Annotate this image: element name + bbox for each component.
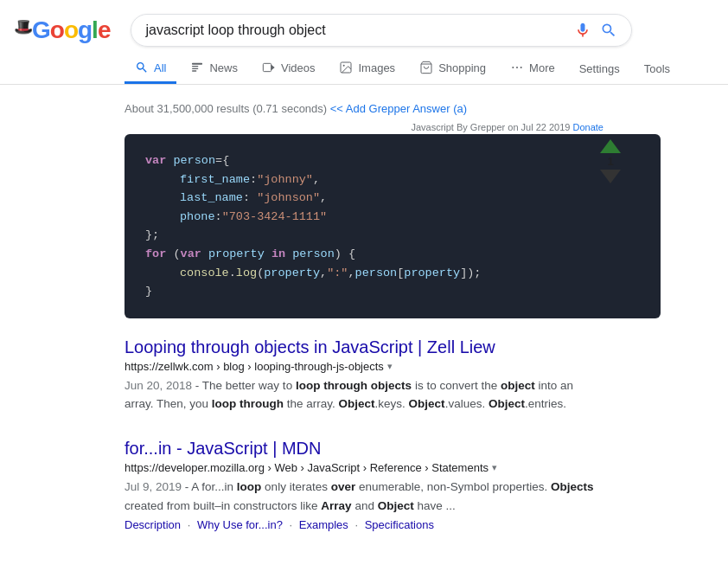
results-area: About 31,500,000 results (0.71 seconds) …: [0, 85, 728, 562]
logo-o1: o: [50, 16, 64, 44]
add-grepper-link[interactable]: << Add Grepper Answer (a): [330, 102, 467, 115]
result-item-2: for...in - JavaScript | MDN https://deve…: [125, 437, 603, 531]
result-url-arrow-1[interactable]: ▾: [387, 361, 393, 372]
svg-rect-0: [192, 63, 202, 65]
more-tab-icon: [510, 61, 524, 74]
images-tab-icon: [339, 61, 353, 74]
code-var: person: [173, 154, 215, 167]
svg-point-7: [343, 65, 345, 67]
vote-up-button[interactable]: [600, 139, 621, 153]
tools-link[interactable]: Tools: [634, 55, 680, 82]
code-for: for: [145, 247, 166, 260]
sub-link-separator-1: ·: [188, 518, 194, 531]
shopping-tab-icon: [419, 61, 433, 74]
tab-more-label: More: [529, 61, 555, 74]
result-date-1: Jun 20, 2018: [125, 379, 192, 392]
tab-all[interactable]: All: [125, 54, 176, 84]
result-url-1: https://zellwk.com › blog › looping-thro…: [125, 360, 384, 373]
code-prop3: phone: [180, 210, 215, 223]
sub-link-separator-2: ·: [290, 518, 296, 531]
svg-point-10: [516, 67, 518, 68]
code-console: console: [180, 266, 229, 279]
tab-images-label: Images: [358, 61, 395, 74]
result-title-1[interactable]: Looping through objects in JavaScript | …: [125, 336, 603, 358]
header: 🎩Google: [0, 0, 728, 47]
svg-rect-3: [192, 70, 196, 71]
vote-count: 1: [607, 155, 613, 168]
code-attribution: Javascript By Grepper on Jul 22 2019 Don…: [125, 122, 603, 132]
result-item-1: Looping through objects in JavaScript | …: [125, 336, 603, 414]
results-count-text: About 31,500,000 results (0.71 seconds): [125, 102, 327, 115]
tab-shopping-label: Shopping: [438, 61, 486, 74]
tab-videos-label: Videos: [281, 61, 316, 74]
logo-g: G: [32, 16, 50, 44]
svg-marker-5: [271, 65, 275, 71]
result-sub-links-2: Description · Why Use for...in? · Exampl…: [125, 518, 603, 531]
vote-widget: 1: [600, 139, 621, 183]
svg-rect-2: [192, 68, 198, 69]
logo-l: l: [92, 16, 98, 44]
result-title-2[interactable]: for...in - JavaScript | MDN: [125, 437, 603, 459]
logo-e: e: [98, 16, 111, 44]
sub-link-examples[interactable]: Examples: [299, 518, 348, 531]
tab-videos[interactable]: Videos: [252, 54, 326, 84]
nav-right: Settings Tools: [569, 55, 680, 82]
news-tab-icon: [190, 61, 204, 74]
google-logo[interactable]: 🎩Google: [14, 16, 110, 44]
tab-news-label: News: [209, 61, 238, 74]
vote-down-button[interactable]: [600, 170, 621, 183]
search-tab-icon: [135, 61, 149, 74]
tab-images[interactable]: Images: [329, 54, 406, 84]
result-date-2: Jul 9, 2019: [125, 480, 182, 493]
sub-link-separator-3: ·: [354, 518, 361, 531]
videos-tab-icon: [262, 61, 276, 74]
code-block: var person={ first_name:"johnny", last_n…: [125, 134, 661, 318]
logo-o2: o: [64, 16, 78, 44]
settings-link[interactable]: Settings: [569, 55, 630, 82]
result-url-arrow-2[interactable]: ▾: [492, 462, 497, 473]
sub-link-description[interactable]: Description: [125, 518, 181, 531]
tab-news[interactable]: News: [180, 54, 248, 84]
logo-hat: 🎩: [14, 17, 32, 36]
code-container: Javascript By Grepper on Jul 22 2019 Don…: [125, 122, 603, 318]
tab-more[interactable]: More: [500, 54, 565, 84]
sub-link-specifications[interactable]: Specifications: [365, 518, 434, 531]
results-count: About 31,500,000 results (0.71 seconds) …: [125, 92, 603, 122]
code-prop2: last_name: [180, 191, 243, 204]
search-bar: [131, 14, 632, 47]
search-button-icon[interactable]: [600, 22, 617, 39]
logo-g2: g: [78, 16, 92, 44]
search-input[interactable]: [145, 22, 567, 38]
code-attribution-text: Javascript By Grepper on Jul 22 2019: [411, 122, 570, 132]
svg-point-11: [520, 67, 522, 68]
result-url-2: https://developer.mozilla.org › Web › Ja…: [125, 461, 489, 474]
code-str3: "703-3424-1111": [222, 210, 328, 223]
donate-link[interactable]: Donate: [573, 122, 603, 132]
code-kw: var: [145, 154, 166, 167]
svg-rect-4: [263, 63, 271, 71]
code-str: "johnny": [257, 173, 313, 186]
result-url-line-2: https://developer.mozilla.org › Web › Ja…: [125, 461, 603, 474]
svg-rect-1: [192, 66, 198, 67]
result-url-line-1: https://zellwk.com › blog › looping-thro…: [125, 360, 603, 373]
code-prop: first_name: [180, 173, 250, 186]
code-str2: "johnson": [257, 191, 320, 204]
result-snippet-1: Jun 20, 2018 - The better way to loop th…: [125, 376, 603, 414]
tab-shopping[interactable]: Shopping: [409, 54, 496, 84]
mic-icon[interactable]: [574, 22, 591, 39]
search-icons: [574, 22, 617, 39]
svg-point-9: [512, 67, 514, 68]
nav-tabs: All News Videos Images S: [0, 47, 728, 85]
sub-link-why[interactable]: Why Use for...in?: [197, 518, 283, 531]
tab-all-label: All: [154, 61, 166, 74]
result-snippet-2: Jul 9, 2019 - A for...in loop only itera…: [125, 478, 603, 515]
